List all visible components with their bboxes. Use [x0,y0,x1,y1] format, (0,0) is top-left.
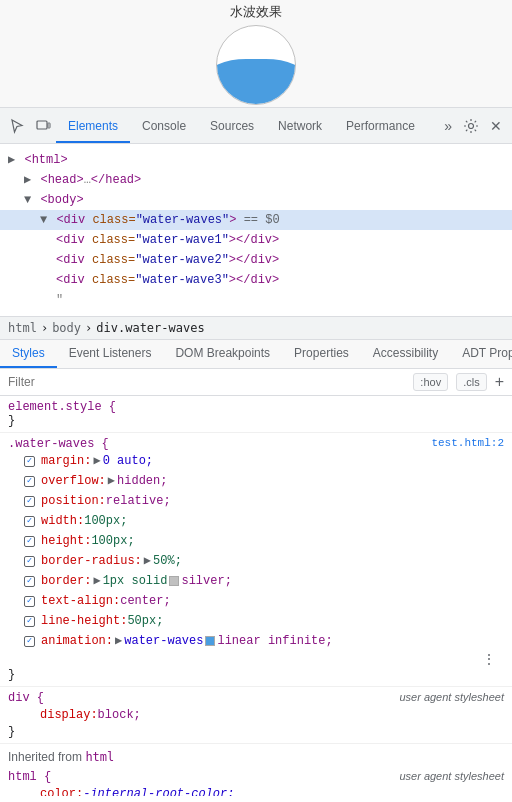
dom-line-quote[interactable]: " [0,290,512,310]
tab-accessibility[interactable]: Accessibility [361,340,450,368]
css-checkbox-height[interactable] [24,536,35,547]
dom-line-wave1[interactable]: <div class="water-wave1"></div> [0,230,512,250]
css-prop-margin: margin: ▶ 0 auto; [8,451,504,471]
css-prop-border-radius: border-radius: ▶ 50%; [8,551,504,571]
tab-network[interactable]: Network [266,111,334,143]
css-block-div: div { user agent stylesheet display: blo… [0,687,512,744]
css-block-header: html { user agent stylesheet [8,770,504,784]
css-block-header: .water-waves { test.html:2 [8,437,504,451]
cls-button[interactable]: .cls [456,373,487,391]
dom-line-wave3[interactable]: <div class="water-wave3"></div> [0,270,512,290]
tab-elements[interactable]: Elements [56,111,130,143]
device-icon[interactable] [31,114,55,138]
expand-overflow[interactable]: ▶ [108,472,115,490]
css-source-link[interactable]: test.html:2 [431,437,504,449]
dom-panel: ▶ <html> ▶ <head>…</head> ▼ <body> ▼ <di… [0,144,512,317]
css-selector-water-waves[interactable]: .water-waves { [8,437,109,451]
css-checkbox-overflow[interactable] [24,476,35,487]
prop-value: 50%; [153,552,182,570]
expand-icon[interactable]: ▶ [8,153,15,167]
preview-area: 水波效果 [0,0,512,108]
svg-rect-0 [37,121,47,129]
tab-styles[interactable]: Styles [0,340,57,368]
css-selector-html[interactable]: html { [8,770,51,784]
css-checkbox-position[interactable] [24,496,35,507]
css-block-water-waves: .water-waves { test.html:2 margin: ▶ 0 a… [0,433,512,687]
dom-line-wave2[interactable]: <div class="water-wave2"></div> [0,250,512,270]
add-style-icon[interactable]: + [495,373,504,391]
dom-line-body[interactable]: ▼ <body> [0,190,512,210]
css-checkbox-text-align[interactable] [24,596,35,607]
wave-preview [216,25,296,105]
prop-name: margin: [41,452,91,470]
dom-line-head[interactable]: ▶ <head>…</head> [0,170,512,190]
prop-value: relative; [106,492,171,510]
prop-value: hidden; [117,472,167,490]
cursor-icon[interactable] [5,114,29,138]
tab-dom-breakpoints[interactable]: DOM Breakpoints [163,340,282,368]
breadcrumb-water-waves[interactable]: div.water-waves [96,321,204,335]
more-options-icon[interactable]: ⋮ [8,651,504,668]
tab-sources[interactable]: Sources [198,111,266,143]
expand-border-radius[interactable]: ▶ [144,552,151,570]
css-checkbox-animation[interactable] [24,636,35,647]
css-source-ua2: user agent stylesheet [399,770,504,782]
breadcrumb-html[interactable]: html [8,321,37,335]
expand-border[interactable]: ▶ [93,572,100,590]
breadcrumb-sep2: › [85,321,92,335]
prop-name: text-align: [41,592,120,610]
prop-name: position: [41,492,106,510]
expand-icon[interactable]: ▼ [40,213,47,227]
dom-line-water-waves[interactable]: ▼ <div class="water-waves"> == $0 [0,210,512,230]
tab-performance[interactable]: Performance [334,111,427,143]
expand-margin[interactable]: ▶ [93,452,100,470]
prop-name: width: [41,512,84,530]
css-selector-div[interactable]: div { [8,691,44,705]
prop-value: -internal-root-color; [83,785,234,796]
prop-value: 0 auto; [103,452,153,470]
css-source-ua: user agent stylesheet [399,691,504,703]
prop-name: border-radius: [41,552,142,570]
css-prop-width: width: 100px; [8,511,504,531]
color-swatch-silver[interactable] [169,576,179,586]
dom-line-html[interactable]: ▶ <html> [0,150,512,170]
styles-panel-tabs: Styles Event Listeners DOM Breakpoints P… [0,340,512,369]
svg-rect-1 [48,123,50,128]
animation-swatch[interactable] [205,636,215,646]
css-close-brace: } [8,668,15,682]
devtools-toolbar: Elements Console Sources Network Perform… [0,108,512,144]
css-checkbox-border[interactable] [24,576,35,587]
css-checkbox-line-height[interactable] [24,616,35,627]
hov-button[interactable]: :hov [413,373,448,391]
more-tabs-icon[interactable]: » [438,118,458,134]
wave-blue [216,59,296,104]
breadcrumb: html › body › div.water-waves [0,317,512,340]
tab-properties[interactable]: Properties [282,340,361,368]
inherited-from-tag: html [85,750,114,764]
prop-name: overflow: [41,472,106,490]
expand-animation[interactable]: ▶ [115,632,122,650]
breadcrumb-body[interactable]: body [52,321,81,335]
close-devtools-icon[interactable]: ✕ [484,118,508,134]
css-checkbox-width[interactable] [24,516,35,527]
prop-value: center; [120,592,170,610]
css-checkbox-margin[interactable] [24,456,35,467]
tab-console[interactable]: Console [130,111,198,143]
svg-point-2 [469,123,474,128]
css-block-header: element.style { [8,400,504,414]
filter-input[interactable] [8,375,405,389]
filter-row: :hov .cls + [0,369,512,396]
expand-icon[interactable]: ▼ [24,193,31,207]
css-block-html: html { user agent stylesheet color: -int… [0,766,512,796]
expand-icon[interactable]: ▶ [24,173,31,187]
css-checkbox-border-radius[interactable] [24,556,35,567]
prop-name: height: [41,532,91,550]
prop-value: 50px; [127,612,163,630]
css-prop-height: height: 100px; [8,531,504,551]
prop-value: 100px; [84,512,127,530]
css-prop-border: border: ▶ 1px solid silver; [8,571,504,591]
tab-adt-properties[interactable]: ADT Properties [450,340,512,368]
css-prop-text-align: text-align: center; [8,591,504,611]
tab-event-listeners[interactable]: Event Listeners [57,340,164,368]
settings-icon[interactable] [459,114,483,138]
